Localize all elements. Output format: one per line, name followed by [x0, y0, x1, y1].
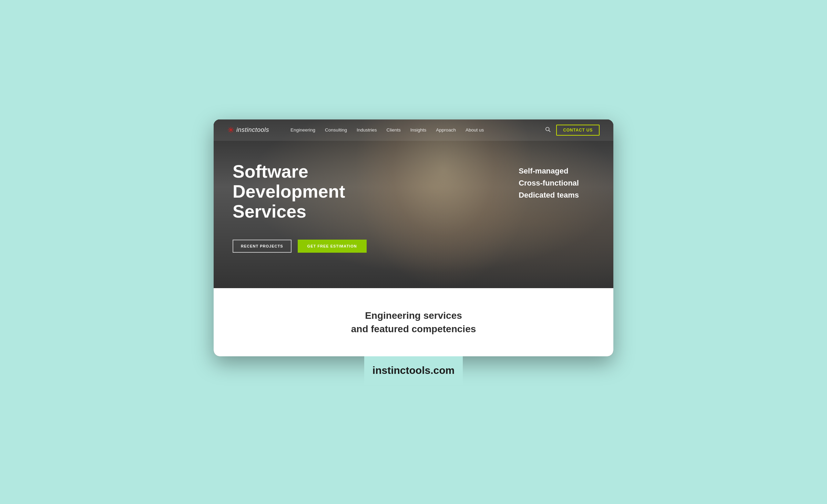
hero-left: Software Development Services RECENT PRO… — [233, 161, 377, 253]
svg-point-0 — [546, 127, 549, 131]
hero-main-row: Software Development Services RECENT PRO… — [233, 161, 600, 253]
search-icon[interactable] — [545, 126, 551, 134]
nav-link-clients[interactable]: Clients — [382, 125, 405, 135]
browser-frame: ✳ instinctools Engineering Consulting In… — [214, 119, 613, 356]
hero-tagline: Self-managed Cross-functional Dedicated … — [519, 165, 579, 201]
services-heading-line2: and featured competencies — [351, 324, 476, 334]
services-heading: Engineering services and featured compet… — [227, 309, 600, 336]
nav-link-approach[interactable]: Approach — [432, 125, 460, 135]
navbar: ✳ instinctools Engineering Consulting In… — [214, 119, 613, 141]
nav-links: Engineering Consulting Industries Client… — [286, 125, 545, 135]
svg-line-1 — [549, 130, 550, 132]
tagline-line2: Cross-functional — [519, 177, 579, 189]
nav-link-industries[interactable]: Industries — [353, 125, 381, 135]
contact-button[interactable]: CONTACT US — [556, 125, 600, 136]
services-section: Engineering services and featured compet… — [214, 288, 613, 356]
nav-right: CONTACT US — [545, 125, 600, 136]
logo-star-icon: ✳ — [227, 126, 234, 134]
nav-link-engineering[interactable]: Engineering — [286, 125, 319, 135]
site-url: instinctools.com — [372, 365, 455, 376]
logo-link[interactable]: ✳ instinctools — [227, 126, 269, 134]
nav-link-consulting[interactable]: Consulting — [321, 125, 351, 135]
hero-buttons: RECENT PROJECTS GET FREE ESTIMATION — [233, 240, 377, 253]
hero-content: Software Development Services RECENT PRO… — [214, 141, 613, 253]
logo-text: instinctools — [236, 126, 269, 134]
tagline-line1: Self-managed — [519, 165, 579, 177]
nav-link-about-us[interactable]: About us — [461, 125, 488, 135]
services-heading-line1: Engineering services — [365, 310, 462, 321]
site-footer: instinctools.com — [364, 356, 463, 385]
get-estimation-button[interactable]: GET FREE ESTIMATION — [298, 240, 367, 253]
hero-right: Self-managed Cross-functional Dedicated … — [519, 161, 579, 201]
tagline-line3: Dedicated teams — [519, 189, 579, 201]
hero-title: Software Development Services — [233, 161, 377, 222]
nav-link-insights[interactable]: Insights — [406, 125, 431, 135]
recent-projects-button[interactable]: RECENT PROJECTS — [233, 240, 292, 253]
hero-section: ✳ instinctools Engineering Consulting In… — [214, 119, 613, 288]
